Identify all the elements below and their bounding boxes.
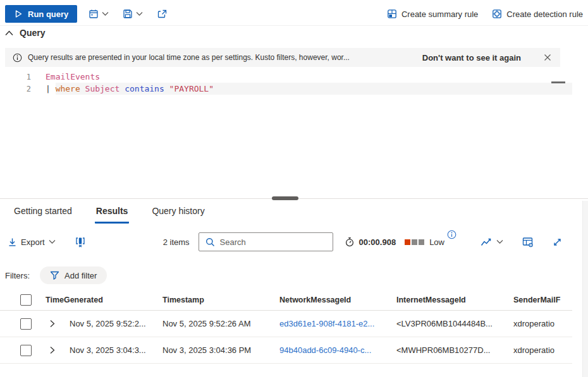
search-box xyxy=(199,232,333,251)
banner-dismiss-link[interactable]: Don't want to see it again xyxy=(422,53,542,63)
column-header-internetmessageid[interactable]: InternetMessageId xyxy=(390,296,507,304)
advanced-hunting-page: Run query xyxy=(0,0,588,377)
row-checkbox[interactable] xyxy=(20,345,32,356)
code-token-operator: contains xyxy=(125,84,164,93)
search-input[interactable] xyxy=(220,237,326,247)
row-checkbox[interactable] xyxy=(20,318,32,330)
chevron-down-icon xyxy=(136,11,143,16)
cell-timestamp: Nov 5, 2025 9:52:26 AM xyxy=(156,319,273,328)
duration-value: 00:00.908 xyxy=(359,237,396,247)
table-row[interactable]: Nov 3, 2025 3:04:3... Nov 3, 2025 3:04:3… xyxy=(0,337,572,364)
query-duration: 00:00.908 xyxy=(345,237,396,247)
download-icon xyxy=(8,237,17,247)
banner-message: Query results are presented in your loca… xyxy=(28,53,350,62)
line-chart-icon xyxy=(481,237,493,247)
banner-close-button[interactable] xyxy=(542,52,553,63)
column-header-networkmessageid[interactable]: NetworkMessageId xyxy=(273,296,390,304)
time-range-button[interactable] xyxy=(86,6,111,21)
minimap-code-marker xyxy=(551,81,565,83)
code-line-1: 1 EmailEvents xyxy=(0,71,588,83)
create-summary-rule-label: Create summary rule xyxy=(401,9,478,19)
timezone-info-banner: Query results are presented in your loca… xyxy=(5,48,560,67)
code-token-table: EmailEvents xyxy=(46,72,100,81)
code-line-2: 2 | where Subject contains "PAYROLL" xyxy=(0,83,588,95)
query-section-title: Query xyxy=(20,28,45,38)
table-row[interactable]: Nov 5, 2025 9:52:2... Nov 5, 2025 9:52:2… xyxy=(0,311,572,337)
expand-view-button[interactable] xyxy=(550,235,565,249)
line-number: 1 xyxy=(0,73,46,81)
table-header-row: TimeGenerated Timestamp NetworkMessageId… xyxy=(0,289,572,311)
export-label: Export xyxy=(21,237,45,247)
create-detection-rule-button[interactable]: Create detection rule xyxy=(492,9,583,19)
panel-resize-handle[interactable] xyxy=(272,196,298,200)
usage-square xyxy=(412,239,417,245)
info-icon xyxy=(447,230,456,239)
pin-column-button[interactable] xyxy=(72,234,89,250)
query-editor[interactable]: 1 EmailEvents 2 | where Subject contains… xyxy=(0,71,588,196)
chevron-down-icon xyxy=(496,239,503,244)
cell-sendermailfrom: xdroperatio xyxy=(507,345,572,355)
add-filter-button[interactable]: Add filter xyxy=(40,266,107,284)
expand-icon xyxy=(553,237,562,247)
view-controls xyxy=(478,234,565,250)
chevron-right-icon xyxy=(48,346,59,354)
usage-square-active xyxy=(405,239,410,245)
select-all-checkbox[interactable] xyxy=(20,294,32,306)
cell-timegenerated: Nov 5, 2025 9:52:2... xyxy=(63,319,156,328)
results-toolbar: Export 2 items 00:00.908 xyxy=(0,231,572,253)
table-settings-icon xyxy=(522,237,534,248)
results-table: TimeGenerated Timestamp NetworkMessageId… xyxy=(0,289,572,364)
create-detection-rule-label: Create detection rule xyxy=(506,9,583,19)
row-expand-button[interactable] xyxy=(47,345,61,356)
share-button[interactable] xyxy=(154,6,170,21)
usage-label: Low xyxy=(429,237,444,247)
save-icon xyxy=(123,9,133,19)
filters-row: Filters: Add filter xyxy=(5,266,107,284)
summary-rule-icon xyxy=(387,9,397,19)
row-expand-button[interactable] xyxy=(47,318,61,329)
run-query-label: Run query xyxy=(28,9,68,19)
line-number: 2 xyxy=(0,85,46,93)
export-button[interactable]: Export xyxy=(5,235,58,249)
customize-columns-button[interactable] xyxy=(520,234,536,250)
results-tabs: Getting started Results Query history xyxy=(13,203,206,224)
cell-internetmessageid: <LV3PR06MB1044484B... xyxy=(390,319,507,328)
cell-networkmessageid-link[interactable]: ed3d61e1-908f-4181-e2... xyxy=(273,319,390,328)
column-header-sendermailfrom[interactable]: SenderMailF xyxy=(507,296,572,304)
pin-column-icon xyxy=(75,237,86,248)
chevron-down-icon xyxy=(49,239,56,244)
cell-timegenerated: Nov 3, 2025 3:04:3... xyxy=(63,345,156,355)
cell-sendermailfrom: xdroperatio xyxy=(507,319,572,328)
usage-info-button[interactable] xyxy=(447,230,456,239)
column-header-timegenerated[interactable]: TimeGenerated xyxy=(39,296,156,304)
tab-query-history[interactable]: Query history xyxy=(150,203,205,224)
command-bar-divider xyxy=(0,25,588,26)
close-icon xyxy=(544,54,551,61)
code-token-string: "PAYROLL" xyxy=(169,84,214,93)
chevron-down-icon xyxy=(102,11,109,16)
chart-view-button[interactable] xyxy=(478,234,506,249)
cell-timestamp: Nov 3, 2025 3:04:36 PM xyxy=(156,345,273,355)
code-token-keyword: where xyxy=(56,84,80,93)
column-header-timestamp[interactable]: Timestamp xyxy=(156,296,273,304)
detection-rule-icon xyxy=(492,9,502,19)
run-query-button[interactable]: Run query xyxy=(5,5,77,23)
save-button[interactable] xyxy=(120,6,145,21)
right-scrollbar-track[interactable] xyxy=(582,201,588,377)
tab-results[interactable]: Results xyxy=(95,203,130,224)
create-summary-rule-button[interactable]: Create summary rule xyxy=(387,9,478,19)
query-section-header[interactable]: Query xyxy=(5,28,45,38)
cell-networkmessageid-link[interactable]: 94b40add-6c09-4940-c... xyxy=(273,345,390,355)
tab-getting-started[interactable]: Getting started xyxy=(13,203,73,224)
command-bar-right: Create summary rule Create detection rul… xyxy=(387,9,583,19)
play-icon xyxy=(14,9,23,18)
filter-funnel-icon xyxy=(50,271,59,280)
command-bar: Run query xyxy=(5,4,583,24)
stopwatch-icon xyxy=(345,237,355,247)
info-icon xyxy=(13,53,22,63)
filters-label: Filters: xyxy=(5,271,30,280)
code-token-pipe: | xyxy=(46,84,51,93)
resource-usage-indicator: Low xyxy=(405,237,444,247)
chevron-up-icon xyxy=(5,30,13,36)
calendar-icon xyxy=(89,9,99,19)
